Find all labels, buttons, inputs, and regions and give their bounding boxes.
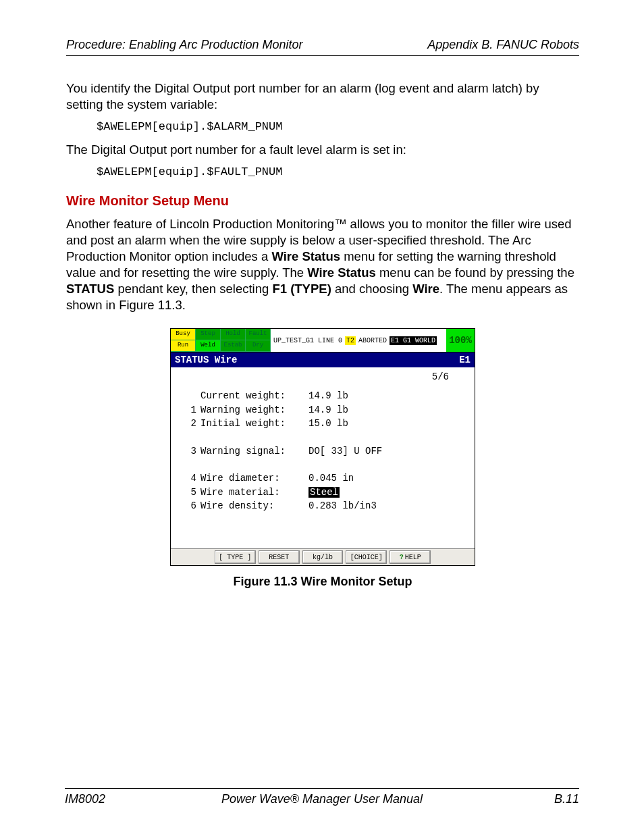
led-fault: Fault [246,329,271,340]
softkey-help[interactable]: ?HELP [390,550,431,564]
screen-row [178,458,468,471]
led-dry: Dry [246,340,271,352]
selected-value: Steel [308,487,340,498]
led-busy: Busy [171,329,196,340]
led-grid: Busy Step Hold Fault Run Weld Estab Dry [171,329,271,352]
row-counter: 5/6 [178,370,468,384]
softkey-units[interactable]: kg/lb [302,550,344,564]
page-footer: IM8002 Power Wave® Manager User Manual B… [65,788,579,807]
softkey-bar: [ TYPE ] RESET kg/lb [CHOICE] ?HELP [171,548,475,565]
header-left: Procedure: Enabling Arc Production Monit… [66,37,303,53]
title-right: E1 [459,354,471,366]
led-hold: Hold [221,329,246,340]
led-run: Run [171,340,196,352]
led-step: Step [196,329,221,340]
screen-row: 6Wire density:0.283 lb/in3 [178,499,468,513]
screen-row: 1Warning weight:14.9 lb [178,403,468,417]
softkey-blank [433,550,473,564]
speed-percent: 100% [446,329,475,352]
body-paragraph: Another feature of Lincoln Production Mo… [66,216,579,313]
screen-row: 2Initial weight:15.0 lb [178,417,468,430]
page-header: Procedure: Enabling Arc Production Monit… [66,37,579,56]
body-paragraph: The Digital Output port number for a fau… [66,142,579,158]
status-state: ABORTED [358,336,387,345]
led-weld: Weld [196,340,221,352]
header-right: Appendix B. FANUC Robots [427,37,579,53]
section-heading: Wire Monitor Setup Menu [66,192,579,209]
softkey-blank [172,550,212,564]
screen-row: Current weight:14.9 lb [178,389,468,402]
help-icon: ? [400,553,404,562]
screen-row: 3Warning signal:DO[ 33] U OFF [178,444,468,458]
screen-row: 5Wire material:Steel [178,486,468,499]
pendant-screen: 5/6 Current weight:14.9 lb 1Warning weig… [171,367,475,548]
code-line: $AWELEPM[equip].$FAULT_PNUM [97,165,579,180]
screen-row [178,430,468,444]
status-t2: T2 [345,336,356,345]
code-line: $AWELEPM[equip].$ALARM_PNUM [97,120,579,134]
status-prog: UP_TEST_G1 LINE 0 [273,336,342,345]
figure-caption: Figure 11.3 Wire Monitor Setup [66,574,579,590]
screen-row: 4Wire diameter:0.045 in [178,471,468,485]
softkey-type[interactable]: [ TYPE ] [215,550,256,564]
led-estab: Estab [221,340,246,352]
title-left: STATUS Wire [175,354,237,366]
body-paragraph: You identify the Digital Output port num… [66,80,579,113]
footer-right: B.11 [498,791,579,807]
status-line: UP_TEST_G1 LINE 0 T2 ABORTED E1 G1 WORLD [271,329,446,352]
pendant-screenshot: Busy Step Hold Fault Run Weld Estab Dry … [170,328,475,566]
softkey-reset[interactable]: RESET [259,550,300,564]
pendant-top-bar: Busy Step Hold Fault Run Weld Estab Dry … [171,329,475,353]
pendant-titlebar: STATUS Wire E1 [171,353,475,367]
figure: Busy Step Hold Fault Run Weld Estab Dry … [66,328,579,590]
footer-center: Power Wave® Manager User Manual [146,791,498,807]
status-coord: E1 G1 WORLD [390,336,437,345]
footer-left: IM8002 [65,791,146,807]
softkey-choice[interactable]: [CHOICE] [346,550,387,564]
